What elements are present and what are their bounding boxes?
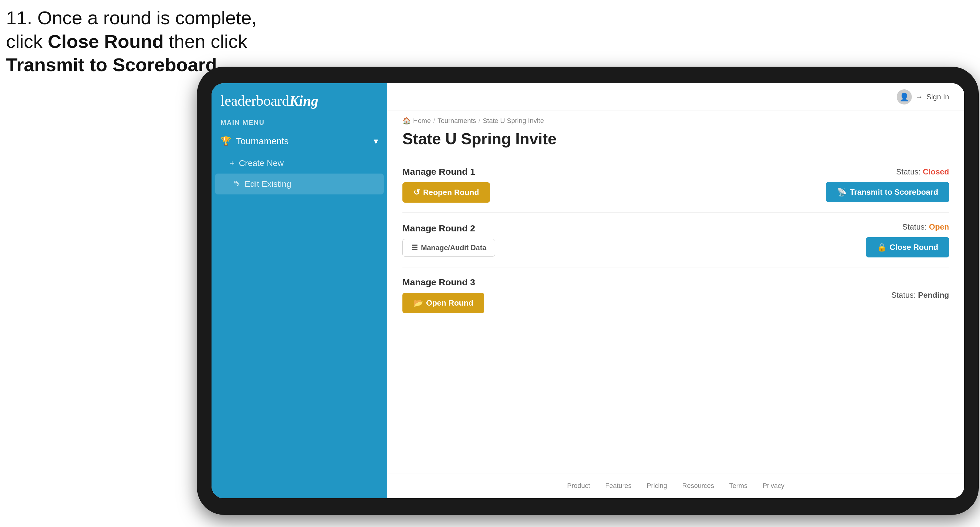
round-3-section: Manage Round 3 📂 Open Round Status: Pend… (402, 267, 949, 323)
reopen-round-button[interactable]: ↺ Reopen Round (402, 183, 490, 203)
footer: Product Features Pricing Resources Terms… (387, 473, 964, 498)
page-title: State U Spring Invite (387, 127, 964, 157)
content-spacer (387, 323, 964, 473)
close-icon: 🔒 (877, 243, 887, 252)
manage-audit-label: Manage/Audit Data (421, 243, 486, 252)
footer-features[interactable]: Features (605, 482, 632, 490)
round-2-right: Status: Open 🔒 Close Round (866, 222, 949, 257)
chevron-down-icon: ▾ (374, 136, 378, 146)
avatar-icon: 👤 (897, 89, 912, 105)
round-1-status-value: Closed (923, 167, 949, 176)
reopen-icon: ↺ (413, 188, 420, 197)
open-round-label: Open Round (426, 298, 473, 308)
manage-audit-button[interactable]: ☰ Manage/Audit Data (402, 239, 495, 257)
home-icon: 🏠 (402, 117, 410, 125)
sidebar-edit-existing[interactable]: ✎ Edit Existing (215, 173, 383, 194)
round-2-title: Manage Round 2 (402, 223, 495, 233)
breadcrumb-current: State U Spring Invite (483, 117, 544, 125)
round-1-section: Manage Round 1 ↺ Reopen Round Status: Cl… (402, 157, 949, 213)
sidebar-nav-tournaments[interactable]: 🏆 Tournaments ▾ (212, 129, 387, 153)
round-1-status: Status: Closed (896, 167, 949, 176)
round-3-status-value: Pending (918, 290, 949, 300)
sidebar-create-new[interactable]: + Create New (212, 153, 387, 173)
round-1-right: Status: Closed 📡 Transmit to Scoreboard (826, 167, 949, 202)
transmit-scoreboard-button[interactable]: 📡 Transmit to Scoreboard (826, 182, 949, 202)
footer-terms[interactable]: Terms (729, 482, 748, 490)
transmit-scoreboard-label: Transmit to Scoreboard (850, 187, 938, 197)
edit-icon: ✎ (233, 179, 240, 189)
sidebar-tournaments-label: Tournaments (236, 136, 288, 146)
close-round-label: Close Round (890, 243, 938, 252)
trophy-icon: 🏆 (221, 136, 231, 146)
round-2-status: Status: Open (902, 222, 949, 232)
close-round-button[interactable]: 🔒 Close Round (866, 237, 949, 257)
create-new-label: Create New (239, 159, 284, 168)
rounds-container: Manage Round 1 ↺ Reopen Round Status: Cl… (387, 157, 964, 323)
round-2-left: Manage Round 2 ☰ Manage/Audit Data (402, 223, 495, 257)
footer-resources[interactable]: Resources (682, 482, 714, 490)
instruction-bold1: Close Round (48, 31, 164, 52)
open-round-button[interactable]: 📂 Open Round (402, 293, 484, 313)
instruction-block: 11. Once a round is complete, click Clos… (6, 6, 257, 77)
app-container: leaderboardKing MAIN MENU 🏆 Tournaments … (212, 83, 964, 498)
round-2-section: Manage Round 2 ☰ Manage/Audit Data Statu… (402, 213, 949, 267)
logo-king: King (290, 93, 318, 109)
round-3-right: Status: Pending (891, 290, 949, 300)
sign-in-button[interactable]: 👤 → Sign In (897, 89, 949, 105)
tablet-device: leaderboardKing MAIN MENU 🏆 Tournaments … (197, 67, 979, 515)
plus-icon: + (230, 159, 235, 168)
breadcrumb: 🏠 Home / Tournaments / State U Spring In… (387, 111, 964, 127)
round-1-left: Manage Round 1 ↺ Reopen Round (402, 167, 490, 203)
breadcrumb-tournaments[interactable]: Tournaments (438, 117, 476, 125)
round-3-title: Manage Round 3 (402, 277, 484, 287)
transmit-icon: 📡 (837, 187, 847, 197)
sign-in-label: → (915, 93, 923, 101)
logo-bracket-left: l (221, 93, 224, 109)
instruction-line3: then click (164, 31, 247, 52)
logo-leaderboard: eaderboard (224, 93, 289, 109)
round-3-left: Manage Round 3 📂 Open Round (402, 277, 484, 313)
footer-product[interactable]: Product (567, 482, 590, 490)
reopen-round-label: Reopen Round (423, 188, 479, 197)
instruction-line1: 11. Once a round is complete, (6, 7, 257, 28)
round-2-status-value: Open (929, 222, 949, 232)
instruction-bold2: Transmit to Scoreboard. (6, 54, 222, 75)
edit-existing-label: Edit Existing (245, 179, 291, 189)
sign-in-text: Sign In (926, 93, 949, 101)
breadcrumb-home[interactable]: Home (413, 117, 431, 125)
footer-pricing[interactable]: Pricing (647, 482, 667, 490)
main-menu-label: MAIN MENU (212, 115, 387, 129)
footer-privacy[interactable]: Privacy (762, 482, 784, 490)
round-1-title: Manage Round 1 (402, 167, 490, 177)
top-header: 👤 → Sign In (387, 83, 964, 111)
sidebar-logo: leaderboardKing (212, 83, 387, 115)
tablet-screen: leaderboardKing MAIN MENU 🏆 Tournaments … (212, 83, 964, 498)
instruction-line2: click (6, 31, 48, 52)
logo: leaderboardKing (221, 92, 378, 109)
sidebar: leaderboardKing MAIN MENU 🏆 Tournaments … (212, 83, 387, 498)
open-icon: 📂 (413, 298, 423, 308)
audit-icon: ☰ (411, 243, 418, 252)
main-content: 👤 → Sign In 🏠 Home / Tournaments / State… (387, 83, 964, 498)
round-3-status: Status: Pending (891, 290, 949, 300)
